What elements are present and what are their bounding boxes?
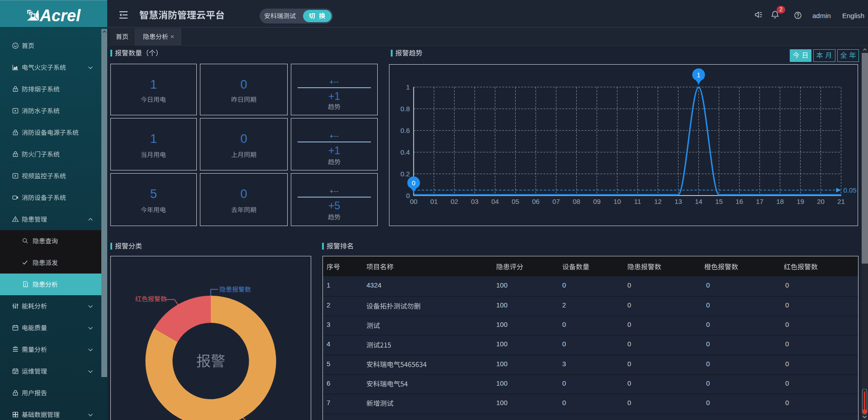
svg-text:0.2: 0.2 (400, 170, 410, 178)
svg-text:18: 18 (776, 198, 784, 205)
svg-text:13: 13 (674, 198, 682, 205)
svg-text:07: 07 (552, 198, 560, 205)
svg-text:19: 19 (797, 198, 804, 205)
svg-text:00: 00 (410, 198, 417, 205)
svg-text:20: 20 (817, 198, 825, 205)
svg-text:16: 16 (735, 198, 743, 205)
svg-text:15: 15 (715, 198, 723, 205)
svg-text:11: 11 (634, 198, 641, 205)
svg-text:0: 0 (406, 192, 410, 199)
svg-text:12: 12 (654, 198, 662, 205)
svg-text:1: 1 (697, 71, 701, 79)
svg-text:0.05: 0.05 (844, 186, 857, 194)
svg-text:17: 17 (756, 198, 764, 205)
svg-text:0.6: 0.6 (400, 127, 410, 134)
svg-text:08: 08 (573, 198, 580, 205)
svg-text:09: 09 (593, 198, 601, 205)
svg-text:21: 21 (837, 198, 845, 205)
svg-text:10: 10 (613, 198, 621, 205)
svg-text:06: 06 (532, 198, 540, 205)
svg-text:1: 1 (406, 83, 410, 91)
svg-text:05: 05 (512, 198, 519, 205)
svg-text:01: 01 (430, 198, 438, 205)
svg-text:04: 04 (491, 198, 499, 205)
svg-text:14: 14 (695, 198, 702, 205)
svg-text:0: 0 (412, 179, 416, 187)
svg-text:0.4: 0.4 (400, 148, 410, 156)
svg-text:03: 03 (471, 198, 479, 205)
svg-text:0.8: 0.8 (400, 105, 410, 113)
svg-text:02: 02 (451, 198, 458, 205)
